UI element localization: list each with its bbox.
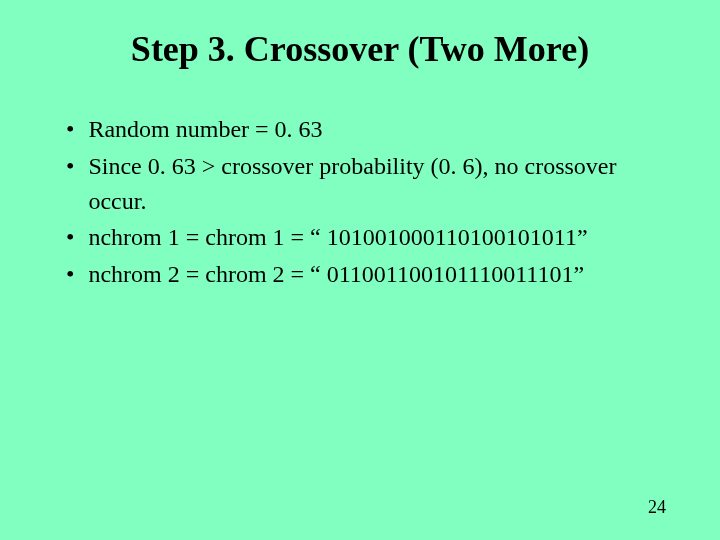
bullet-text: Random number = 0. 63 bbox=[88, 112, 672, 147]
bullet-icon: • bbox=[66, 149, 74, 184]
list-item: • Random number = 0. 63 bbox=[66, 112, 672, 147]
content-area: • Random number = 0. 63 • Since 0. 63 > … bbox=[66, 112, 672, 292]
bullet-icon: • bbox=[66, 220, 74, 255]
slide-title: Step 3. Crossover (Two More) bbox=[48, 28, 672, 70]
slide: Step 3. Crossover (Two More) • Random nu… bbox=[0, 0, 720, 540]
bullet-icon: • bbox=[66, 112, 74, 147]
list-item: • nchrom 2 = chrom 2 = “ 011001100101110… bbox=[66, 257, 672, 292]
list-item: • nchrom 1 = chrom 1 = “ 101001000110100… bbox=[66, 220, 672, 255]
bullet-text: Since 0. 63 > crossover probability (0. … bbox=[88, 149, 672, 219]
bullet-icon: • bbox=[66, 257, 74, 292]
bullet-text: nchrom 1 = chrom 1 = “ 10100100011010010… bbox=[88, 220, 672, 255]
list-item: • Since 0. 63 > crossover probability (0… bbox=[66, 149, 672, 219]
page-number: 24 bbox=[648, 497, 666, 518]
bullet-text: nchrom 2 = chrom 2 = “ 01100110010111001… bbox=[88, 257, 672, 292]
